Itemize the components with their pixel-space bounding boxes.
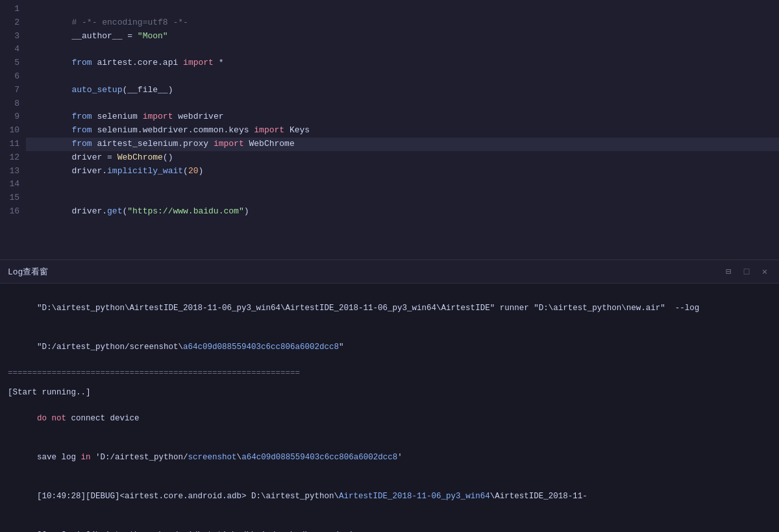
- code-line-8: from selenium import webdriver: [26, 97, 779, 111]
- log-line-logpath: "D:/airtest_python/screenshot\a64c09d088…: [8, 328, 771, 367]
- code-line-14: [26, 178, 779, 191]
- log-line-start: [Start running..]: [8, 386, 771, 399]
- log-minimize-button[interactable]: □: [740, 265, 753, 278]
- log-line-empty1: [8, 380, 771, 386]
- log-line-cmd: "D:\airtest_python\AirtestIDE_2018-11-06…: [8, 289, 771, 328]
- code-line-4: from airtest.core.api import *: [26, 43, 779, 56]
- code-lines[interactable]: # -*- encoding=utf8 -*- __author__ = "Mo…: [26, 0, 779, 260]
- code-line-6: auto_setup(__file__): [26, 70, 779, 84]
- code-line-1: # -*- encoding=utf8 -*-: [26, 3, 779, 16]
- log-line-debug1b: 06_py3_win64\airtest\core\android\static…: [8, 516, 771, 532]
- log-line-debug1: [10:49:28][DEBUG]<airtest.core.android.a…: [8, 477, 771, 516]
- log-content[interactable]: "D:\airtest_python\AirtestIDE_2018-11-06…: [0, 284, 779, 532]
- log-title: Log查看窗: [8, 266, 48, 278]
- log-line-sep1: ========================================…: [8, 367, 771, 380]
- log-panel: Log查看窗 ⊟ □ ✕ "D:\airtest_python\AirtestI…: [0, 260, 779, 532]
- log-line-save: save log in 'D:/airtest_python/screensho…: [8, 438, 771, 477]
- log-header: Log查看窗 ⊟ □ ✕: [0, 260, 779, 284]
- filter-icon: ⊟: [726, 266, 731, 277]
- code-line-15: driver.get("https://www.baidu.com"): [26, 191, 779, 205]
- log-close-button[interactable]: ✕: [758, 265, 771, 278]
- log-filter-button[interactable]: ⊟: [722, 265, 735, 278]
- line-numbers: 1 2 3 4 5 6 7 8 9 10 11 12 13 14 15 16: [0, 0, 26, 260]
- minimize-icon: □: [744, 267, 749, 277]
- log-actions: ⊟ □ ✕: [722, 265, 771, 278]
- log-line-no-device: do not connect device: [8, 399, 771, 438]
- editor-area: 1 2 3 4 5 6 7 8 9 10 11 12 13 14 15 16 #…: [0, 0, 779, 260]
- close-icon: ✕: [762, 266, 767, 277]
